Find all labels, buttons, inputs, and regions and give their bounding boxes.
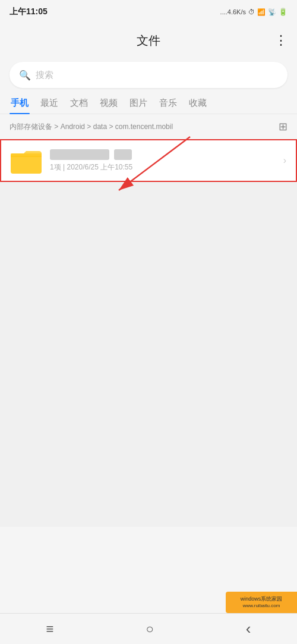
more-options-button[interactable]: ⋮: [274, 33, 287, 48]
network-speed: ....4.6K/s: [220, 8, 246, 15]
search-bar[interactable]: 🔍 搜索: [10, 62, 287, 88]
tab-collect[interactable]: 收藏: [188, 93, 208, 114]
file-name-blurred: [50, 149, 109, 160]
status-time: 上午11:05: [10, 7, 48, 17]
search-input-placeholder: 搜索: [36, 70, 53, 81]
tab-image[interactable]: 图片: [128, 93, 148, 114]
tab-video[interactable]: 视频: [99, 93, 119, 114]
clock-icon: ⏱: [248, 8, 255, 15]
tab-recent[interactable]: 最近: [39, 93, 59, 114]
list-item[interactable]: 1项 | 2020/6/25 上午10:55 ›: [0, 139, 297, 182]
breadcrumb: 内部存储设备 > Android > data > com.tencent.mo…: [0, 114, 297, 139]
tab-music[interactable]: 音乐: [158, 93, 178, 114]
tab-docs[interactable]: 文档: [69, 93, 89, 114]
file-name-row: [50, 149, 279, 160]
bottom-nav: ≡ ○ ‹: [0, 613, 297, 644]
svg-rect-2: [11, 153, 42, 157]
status-bar: 上午11:05 ....4.6K/s ⏱ 📶 📡 🔋: [0, 0, 297, 24]
app-header: 文件 ⋮: [0, 24, 297, 57]
wifi-icon: 📡: [268, 8, 276, 16]
back-button[interactable]: ‹: [246, 620, 251, 638]
file-info: 1项 | 2020/6/25 上午10:55: [50, 149, 279, 172]
grid-view-button[interactable]: ⊞: [279, 120, 287, 133]
category-tabs: 手机 最近 文档 视频 图片 音乐 收藏: [0, 93, 297, 114]
watermark-text: windows系统家园 www.ruibaitu.com: [238, 595, 285, 610]
folder-icon: [11, 147, 42, 174]
watermark-line2: www.ruibaitu.com: [241, 603, 283, 609]
search-icon: 🔍: [19, 70, 31, 81]
page-title: 文件: [137, 33, 160, 49]
file-list: 1项 | 2020/6/25 上午10:55 ›: [0, 139, 297, 182]
tab-phone[interactable]: 手机: [10, 93, 30, 114]
empty-content-area: [0, 182, 297, 527]
status-icons: ....4.6K/s ⏱ 📶 📡 🔋: [220, 8, 287, 16]
home-button[interactable]: ○: [146, 621, 153, 637]
menu-button[interactable]: ≡: [46, 621, 54, 637]
watermark-line1: windows系统家园: [241, 596, 283, 603]
watermark: windows系统家园 www.ruibaitu.com: [226, 592, 297, 613]
file-name-blurred2: [114, 149, 132, 160]
signal-icon: 📶: [257, 8, 266, 16]
battery-icon: 🔋: [279, 8, 287, 16]
file-meta: 1项 | 2020/6/25 上午10:55: [50, 162, 279, 172]
chevron-right-icon: ›: [283, 155, 286, 166]
breadcrumb-path: 内部存储设备 > Android > data > com.tencent.mo…: [10, 122, 173, 132]
